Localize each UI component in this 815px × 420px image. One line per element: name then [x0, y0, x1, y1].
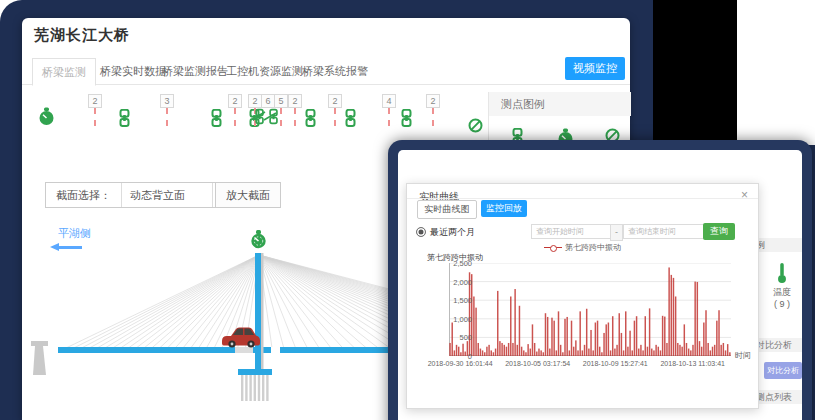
tab-bridge-monitor-report[interactable]: 桥梁监测报告: [162, 64, 228, 79]
tab-bridge-system-alarm[interactable]: 桥梁系统报警: [302, 64, 368, 79]
car: [222, 328, 260, 348]
chain-sensor-icon[interactable]: [400, 109, 418, 127]
query-end-time-input[interactable]: [623, 224, 707, 239]
popup-page-background: 例 温度 ( 9 ) 对比分析 对比分析 测点列表 实时曲线 × 实时曲线图 监…: [398, 150, 802, 420]
query-start-time-input[interactable]: [531, 224, 615, 239]
screenshot-canvas: 芜湖长江大桥 桥梁监测 桥梁实时数据 桥梁监测报告 工控机资源监测 桥梁系统报警…: [0, 0, 815, 420]
pile-foundation: [241, 375, 269, 401]
query-button[interactable]: 查询: [703, 223, 735, 240]
legend-panel-icons: [489, 116, 631, 140]
section-select-dropdown[interactable]: 动态背立面: [122, 183, 212, 207]
x-tick-label: 2018-10-13 11:03:41: [660, 360, 724, 367]
section-select-group: 截面选择： 动态背立面 ▼: [45, 182, 238, 208]
tower-gauge-icon[interactable]: [251, 230, 265, 248]
y-tick-label: 1,500: [442, 296, 472, 305]
sensor-location-dash: [94, 108, 96, 126]
y-tick-label: 1,000: [442, 315, 472, 324]
gauge-sensor-icon[interactable]: [38, 107, 56, 125]
section-select-label: 截面选择：: [46, 183, 122, 207]
date-range-separator: -: [610, 224, 623, 241]
tab-bridge-realtime-data[interactable]: 桥梁实时数据: [100, 64, 166, 79]
popup-screenshot-window: 例 温度 ( 9 ) 对比分析 对比分析 测点列表 实时曲线 × 实时曲线图 监…: [388, 140, 812, 420]
sensor-count-badge: 2: [426, 94, 440, 108]
sensor-count-badge: 6: [261, 94, 275, 108]
bridge-tower: [255, 253, 261, 369]
tab-ipc-resource-monitor[interactable]: 工控机资源监测: [226, 64, 303, 79]
chain-sensor-icon[interactable]: [344, 109, 362, 127]
chart-bars: [449, 263, 731, 356]
realtime-curve-modal: 实时曲线 × 实时曲线图 监控回放 最近两个月 - 查询 第七跨跨中振动 第七跨…: [406, 183, 759, 409]
x-tick-label: 2018-10-05 03:17:54: [505, 360, 570, 367]
modal-header-divider: [407, 198, 758, 199]
page-title: 芜湖长江大桥: [34, 26, 130, 45]
sensor-location-dash: [432, 108, 434, 126]
sensor-count-badge: 5: [274, 94, 288, 108]
left-abutment-pier: [31, 341, 48, 375]
x-tick-label: 2018-09-30 16:01:44: [428, 360, 493, 367]
pile-cap: [238, 369, 272, 375]
sensor-count-badge: 4: [382, 94, 396, 108]
y-tick-label: 2,000: [442, 278, 472, 287]
chain-sensor-icon[interactable]: [304, 109, 322, 127]
temperature-label: 温度: [762, 286, 802, 299]
y-tick-label: 500: [442, 333, 472, 342]
tab-monitor-playback[interactable]: 监控回放: [481, 200, 527, 217]
tab-divider: [22, 84, 630, 85]
top-right-white-area: [737, 0, 815, 145]
disabled-sensor-icon[interactable]: [468, 118, 486, 136]
x-axis-label: 时间: [735, 350, 751, 361]
sensor-location-dash: [294, 108, 296, 126]
sensor-cluster-icon[interactable]: [252, 108, 282, 126]
chain-sensor-icon[interactable]: [118, 109, 136, 127]
sensor-count-badge: 2: [88, 94, 102, 108]
x-tick-label: 2018-10-09 15:27:41: [583, 360, 648, 367]
sensor-location-dash: [166, 108, 168, 126]
sensor-strip: 2322652242: [22, 92, 488, 142]
chain-sensor-icon[interactable]: [210, 109, 228, 127]
measure-point-legend-panel: 测点图例: [488, 92, 631, 140]
sensor-location-dash: [388, 108, 390, 126]
last-two-months-radio[interactable]: [416, 227, 426, 237]
last-two-months-label: 最近两个月: [430, 226, 475, 239]
sensor-count-badge: 2: [248, 94, 262, 108]
temperature-legend-item[interactable]: 温度 ( 9 ): [762, 262, 802, 309]
measure-point-legend-title: 测点图例: [489, 92, 631, 116]
legend-label: 第七跨跨中振动: [565, 243, 621, 252]
legend-marker-icon: [544, 244, 562, 252]
sensor-count-badge: 2: [228, 94, 242, 108]
temperature-count: ( 9 ): [762, 299, 802, 309]
compare-analysis-button[interactable]: 对比分析: [764, 362, 802, 379]
sensor-count-badge: 2: [328, 94, 342, 108]
vibration-chart-plot: [449, 263, 731, 356]
sensor-count-badge: 2: [288, 94, 302, 108]
tab-bridge-monitoring[interactable]: 桥梁监测: [32, 58, 96, 86]
sensor-count-badge: 3: [160, 94, 174, 108]
enlarge-section-button[interactable]: 放大截面: [215, 182, 281, 208]
thermometer-icon: [776, 262, 788, 284]
deck-joint-gap: [271, 347, 280, 353]
video-monitor-button[interactable]: 视频监控: [565, 57, 625, 80]
deck-joint-gray: [235, 347, 253, 353]
sensor-location-dash: [334, 108, 336, 126]
tower-shadow: [261, 253, 264, 369]
y-tick-label: 2,500: [442, 259, 472, 268]
sensor-location-dash: [234, 108, 236, 126]
close-icon[interactable]: ×: [741, 188, 748, 202]
top-right-black-area: [653, 0, 737, 145]
tab-realtime-curve-chart[interactable]: 实时曲线图: [417, 200, 477, 219]
